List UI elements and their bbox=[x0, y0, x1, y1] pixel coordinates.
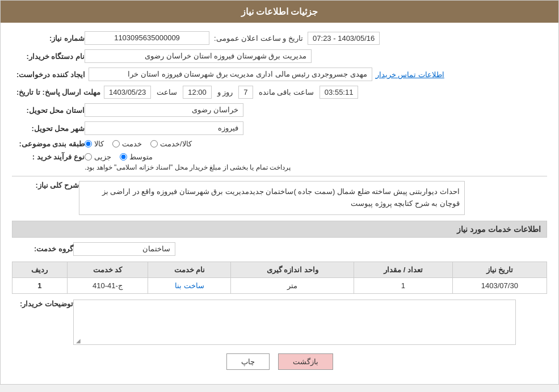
need-number-value: 1103095635000009 bbox=[85, 31, 209, 45]
general-description-value: احداث دیواربتنی پیش ساخته ضلع شمال (سمت … bbox=[79, 181, 465, 215]
services-section-title: اطلاعات خدمات مورد نیاز bbox=[12, 221, 547, 238]
table-header-row: تاریخ نیاز تعداد / مقدار واحد اندازه گیر… bbox=[12, 262, 547, 277]
cell-service-code: ج-41-410 bbox=[67, 277, 148, 293]
delivery-province-value: خراسان رضوی bbox=[85, 103, 243, 117]
purchase-note: پرداخت تمام یا بخشی از مبلغ خریدار محل "… bbox=[85, 163, 291, 171]
deadline-days-label: روز و bbox=[217, 88, 233, 96]
delivery-city-value: فیروزه bbox=[85, 121, 243, 135]
purchase-options-group: متوسط جزیی پرداخت تمام یا بخشی از مبلغ خ… bbox=[85, 153, 291, 171]
category-kala-label: کالا bbox=[94, 140, 104, 148]
cell-quantity: 1 bbox=[354, 277, 453, 293]
deadline-date: 1403/05/23 bbox=[104, 86, 151, 99]
category-khadmat: خدمت bbox=[112, 140, 142, 148]
services-table: تاریخ نیاز تعداد / مقدار واحد اندازه گیر… bbox=[12, 262, 547, 294]
cell-row-num: 1 bbox=[12, 277, 68, 293]
cell-service-name: ساخت بنا bbox=[148, 277, 231, 293]
category-kala-khadmat: کالا/خدمت bbox=[150, 140, 192, 148]
buyer-notes-label: توضیحات خریدار: bbox=[16, 300, 73, 308]
col-service-name: نام خدمت bbox=[148, 262, 231, 277]
announcement-date-value: 1403/05/16 - 07:23 bbox=[308, 32, 380, 45]
deadline-row: 03:55:11 ساعت باقی مانده 7 روز و 12:00 س… bbox=[12, 86, 547, 99]
need-number-label: شماره نیاز: bbox=[16, 34, 85, 43]
purchase-medium-radio[interactable] bbox=[120, 153, 127, 161]
col-service-code: کد خدمت bbox=[67, 262, 148, 277]
requester-row: اطلاعات تماس خریدار مهدی جسروجردی رئیس م… bbox=[12, 68, 547, 81]
remaining-label: ساعت باقی مانده bbox=[259, 88, 314, 96]
purchase-partial: جزیی bbox=[85, 153, 111, 161]
service-group-label: گروه خدمت: bbox=[16, 245, 73, 253]
category-kala: کالا bbox=[85, 140, 104, 148]
col-date: تاریخ نیاز bbox=[452, 262, 547, 277]
purchase-partial-radio[interactable] bbox=[85, 153, 92, 161]
buyer-notes-box: ◢ bbox=[73, 300, 516, 345]
need-number-row: 1403/05/16 - 07:23 تاریخ و ساعت اعلان عم… bbox=[12, 31, 547, 45]
deadline-days: 7 bbox=[238, 86, 253, 99]
buyer-org-label: نام دستگاه خریدار: bbox=[16, 52, 85, 61]
divider bbox=[12, 176, 547, 176]
print-button[interactable]: چاپ bbox=[226, 353, 270, 370]
purchase-type-row: متوسط جزیی پرداخت تمام یا بخشی از مبلغ خ… bbox=[12, 153, 547, 171]
table-row: 1403/07/30 1 متر ساخت بنا ج-41-410 1 bbox=[12, 277, 547, 293]
service-group-row: ساختمان گروه خدمت: bbox=[12, 242, 547, 256]
deadline-time-label: ساعت bbox=[157, 88, 177, 96]
service-group-value: ساختمان bbox=[73, 242, 175, 256]
requester-label: ایجاد کننده درخواست: bbox=[16, 70, 85, 79]
requester-value: مهدی جسروجردی رئیس مالی اداری مدیریت برق… bbox=[89, 68, 372, 81]
buyer-notes-row: ◢ توضیحات خریدار: bbox=[12, 300, 547, 345]
category-label: طبقه بندی موضوعی: bbox=[16, 140, 85, 148]
category-kala-radio[interactable] bbox=[85, 140, 92, 147]
category-khadmat-radio[interactable] bbox=[112, 140, 120, 147]
general-description-row: احداث دیواربتنی پیش ساخته ضلع شمال (سمت … bbox=[12, 181, 547, 215]
contact-info-link[interactable]: اطلاعات تماس خریدار bbox=[376, 70, 444, 79]
announcement-date-label: تاریخ و ساعت اعلان عمومی: bbox=[214, 34, 303, 43]
remaining-time: 03:55:11 bbox=[320, 86, 359, 99]
delivery-province-row: خراسان رضوی استان محل تحویل: bbox=[12, 103, 547, 117]
buyer-org-value: مدیریت برق شهرستان فیروزه استان خراسان ر… bbox=[85, 49, 312, 63]
deadline-time: 12:00 bbox=[183, 86, 212, 99]
content-area: 1403/05/16 - 07:23 تاریخ و ساعت اعلان عم… bbox=[1, 23, 558, 384]
resize-handle[interactable]: ◢ bbox=[75, 338, 81, 343]
page-header: جزئیات اطلاعات نیاز bbox=[1, 1, 558, 23]
col-row-num: ردیف bbox=[12, 262, 68, 277]
main-container: جزئیات اطلاعات نیاز 1403/05/16 - 07:23 ت… bbox=[0, 0, 559, 385]
cell-date: 1403/07/30 bbox=[452, 277, 547, 293]
purchase-type-label: نوع فرآیند خرید : bbox=[16, 153, 85, 161]
delivery-province-label: استان محل تحویل: bbox=[16, 106, 85, 115]
category-row: کالا/خدمت خدمت کالا طبقه بندی موضوعی: bbox=[12, 140, 547, 148]
back-button[interactable]: بازگشت bbox=[278, 353, 333, 370]
cell-unit: متر bbox=[231, 277, 354, 293]
purchase-medium: متوسط bbox=[120, 153, 153, 161]
col-unit: واحد اندازه گیری bbox=[231, 262, 354, 277]
deadline-label: مهلت ارسال پاسخ: تا تاریخ: bbox=[16, 88, 100, 96]
delivery-city-row: فیروزه شهر محل تحویل: bbox=[12, 121, 547, 135]
purchase-medium-label: متوسط bbox=[129, 153, 153, 161]
purchase-radios: متوسط جزیی bbox=[85, 153, 153, 161]
general-description-label: شرح کلی نیاز: bbox=[16, 181, 79, 189]
category-options: کالا/خدمت خدمت کالا bbox=[85, 140, 192, 148]
buyer-org-row: مدیریت برق شهرستان فیروزه استان خراسان ر… bbox=[12, 49, 547, 63]
category-kala-khadmat-label: کالا/خدمت bbox=[160, 140, 192, 148]
page-title: جزئیات اطلاعات نیاز bbox=[241, 7, 318, 16]
col-quantity: تعداد / مقدار bbox=[354, 262, 453, 277]
purchase-partial-label: جزیی bbox=[94, 153, 111, 161]
category-khadmat-label: خدمت bbox=[122, 140, 142, 148]
category-kala-khadmat-radio[interactable] bbox=[150, 140, 158, 147]
buttons-row: بازگشت چاپ bbox=[12, 353, 547, 370]
delivery-city-label: شهر محل تحویل: bbox=[16, 124, 85, 133]
